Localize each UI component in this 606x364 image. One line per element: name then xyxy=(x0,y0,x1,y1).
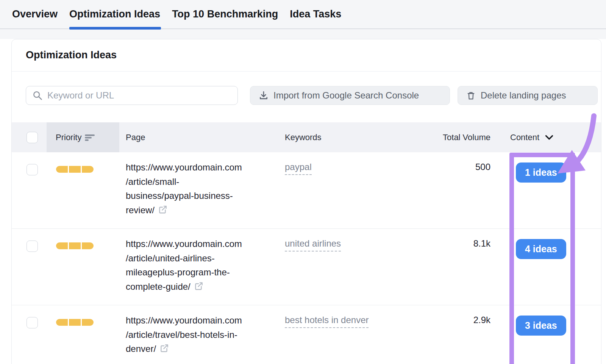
row-checkbox[interactable] xyxy=(27,164,38,175)
page-title: Optimization Ideas xyxy=(26,49,117,61)
content-header-label: Content xyxy=(510,133,539,142)
priority-indicator xyxy=(56,242,94,249)
keyword-cell: best hotels in denver xyxy=(285,315,369,325)
priority-indicator xyxy=(56,166,94,173)
table-header: Priority Page Keywords Total Volume Cont… xyxy=(12,122,601,152)
search-input-wrapper xyxy=(26,86,238,105)
chevron-down-icon xyxy=(545,135,553,140)
table-row: https://www.yourdomain.com /article/smal… xyxy=(0,152,606,229)
ideas-button[interactable]: 3 ideas xyxy=(516,316,566,336)
top-tab-bar: Overview Optimization Ideas Top 10 Bench… xyxy=(0,0,606,39)
divider xyxy=(12,71,601,72)
sort-icon xyxy=(85,133,95,142)
page-url: https://www.yourdomain.com /article/unit… xyxy=(126,237,277,294)
keyword-cell: paypal xyxy=(285,162,312,172)
tab-optimization-ideas[interactable]: Optimization Ideas xyxy=(69,0,160,29)
row-checkbox[interactable] xyxy=(27,241,38,252)
total-volume-value: 2.9k xyxy=(473,315,490,325)
column-header-keywords[interactable]: Keywords xyxy=(285,122,322,152)
priority-header-label: Priority xyxy=(56,133,81,142)
column-header-content[interactable]: Content xyxy=(510,122,553,152)
column-header-priority[interactable]: Priority xyxy=(56,122,95,152)
tabs: Overview Optimization Ideas Top 10 Bench… xyxy=(0,0,606,29)
row-checkbox[interactable] xyxy=(27,317,38,328)
search-input[interactable] xyxy=(47,90,229,101)
search-icon xyxy=(32,90,43,101)
external-link-icon[interactable] xyxy=(158,205,168,214)
ideas-button[interactable]: 4 ideas xyxy=(516,239,566,259)
column-header-total-volume[interactable]: Total Volume xyxy=(390,122,490,152)
ideas-button[interactable]: 1 ideas xyxy=(516,162,566,183)
tab-idea-tasks[interactable]: Idea Tasks xyxy=(290,0,341,29)
tab-top-10-benchmarking[interactable]: Top 10 Benchmarking xyxy=(172,0,278,29)
page: Overview Optimization Ideas Top 10 Bench… xyxy=(0,0,606,364)
select-all-checkbox[interactable] xyxy=(27,132,38,143)
keyword-link[interactable]: united airlines xyxy=(285,238,341,252)
delete-landing-pages-button[interactable]: Delete landing pages xyxy=(458,86,598,105)
page-url: https://www.yourdomain.com /article/smal… xyxy=(126,160,277,217)
delete-landing-pages-label: Delete landing pages xyxy=(481,90,566,101)
external-link-icon[interactable] xyxy=(159,343,169,353)
external-link-icon[interactable] xyxy=(194,281,204,291)
import-gsc-button[interactable]: Import from Google Search Console xyxy=(250,86,450,105)
priority-indicator xyxy=(56,319,94,326)
trash-icon xyxy=(466,91,476,100)
download-icon xyxy=(259,91,269,100)
table-row: https://www.yourdomain.com /article/trav… xyxy=(0,305,606,364)
tab-overview[interactable]: Overview xyxy=(12,0,58,29)
keyword-link[interactable]: best hotels in denver xyxy=(285,315,369,328)
total-volume-value: 500 xyxy=(475,162,490,172)
import-gsc-label: Import from Google Search Console xyxy=(273,90,419,101)
table-row: https://www.yourdomain.com /article/unit… xyxy=(0,229,606,305)
keyword-link[interactable]: paypal xyxy=(285,162,312,175)
total-volume-value: 8.1k xyxy=(473,238,490,249)
page-url: https://www.yourdomain.com /article/trav… xyxy=(126,313,277,356)
keyword-cell: united airlines xyxy=(285,238,341,249)
column-header-page[interactable]: Page xyxy=(126,122,145,152)
